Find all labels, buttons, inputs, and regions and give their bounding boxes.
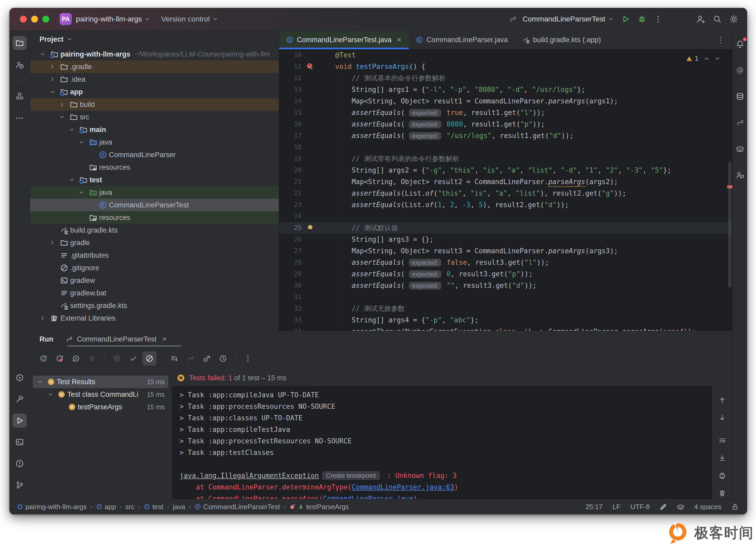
caret-position[interactable]: 25:17 bbox=[586, 503, 603, 511]
more-options[interactable] bbox=[241, 352, 255, 366]
chevron-up-icon[interactable] bbox=[704, 56, 709, 62]
problems-tool-window[interactable] bbox=[13, 457, 27, 471]
tree-item-settings-gradle-kts[interactable]: settings.gradle.kts bbox=[30, 299, 279, 312]
tree-item-resources[interactable]: resources bbox=[30, 211, 279, 224]
sort-by-duration[interactable] bbox=[167, 352, 181, 366]
breadcrumb-item-testparseargs[interactable]: mtestParseArgs bbox=[289, 503, 349, 511]
code-editor[interactable]: 10 @Test11 void testParseArgs() {12 // 测… bbox=[279, 49, 732, 331]
tree-item-app[interactable]: app bbox=[30, 86, 279, 98]
ai-assistant-status[interactable] bbox=[660, 503, 667, 510]
breadcrumb-item-commandlineparsertest[interactable]: CCommandLineParserTest bbox=[194, 503, 280, 511]
run-button[interactable] bbox=[621, 15, 630, 23]
ai-assistant-tool-window[interactable]: @ bbox=[733, 63, 747, 77]
search-everywhere-button[interactable] bbox=[713, 15, 721, 23]
line-number[interactable]: 17 bbox=[279, 130, 302, 141]
pull-requests-tool-window[interactable]: ? bbox=[13, 58, 27, 72]
tree-chevron[interactable] bbox=[37, 315, 48, 321]
breadcrumb-item-app[interactable]: app bbox=[96, 503, 116, 511]
test-tree-item-1[interactable]: Test Results15 ms bbox=[33, 376, 168, 388]
close-icon[interactable]: × bbox=[162, 335, 166, 343]
tab-scroll-indicator[interactable] bbox=[67, 345, 181, 347]
rerun-tests[interactable] bbox=[36, 352, 51, 366]
tree-item-test[interactable]: test bbox=[30, 174, 279, 186]
indent-style[interactable]: 4 spaces bbox=[694, 503, 721, 511]
tree-item-gradlew-bat[interactable]: gradlew.bat bbox=[30, 287, 279, 299]
copilot-tool-window[interactable] bbox=[733, 142, 747, 156]
tree-item-build-gradle-kts[interactable]: build.gradle.kts bbox=[30, 224, 279, 236]
breadcrumb-item-test[interactable]: test bbox=[144, 503, 163, 511]
line-number[interactable]: 27 bbox=[279, 245, 302, 256]
line-number[interactable]: 16 bbox=[279, 118, 302, 130]
breadcrumb-item-java[interactable]: java bbox=[173, 503, 185, 511]
tree-item--gitattributes[interactable]: .gitattributes bbox=[30, 249, 279, 261]
scroll-up[interactable] bbox=[715, 395, 729, 406]
run-tool-window[interactable] bbox=[13, 414, 27, 428]
editor-tab-2[interactable]: CCommandLineParser.java bbox=[409, 31, 515, 49]
tree-item-src[interactable]: src bbox=[30, 111, 279, 123]
tree-item-java[interactable]: java bbox=[30, 186, 279, 199]
test-tree-chevron[interactable] bbox=[35, 379, 45, 385]
clear-all[interactable] bbox=[715, 487, 729, 499]
scroll-down[interactable] bbox=[715, 412, 729, 424]
print[interactable] bbox=[715, 470, 729, 481]
test-history[interactable] bbox=[216, 352, 230, 366]
show-options[interactable] bbox=[110, 352, 124, 366]
breadcrumb-item-pairing-with-llm-args[interactable]: pairing-with-llm-args bbox=[17, 503, 87, 511]
tree-item-resources[interactable]: resources bbox=[30, 161, 279, 174]
more-tool-windows[interactable] bbox=[13, 111, 27, 125]
database-tool-window[interactable] bbox=[733, 89, 747, 103]
run-tab[interactable]: CommandLineParserTest × bbox=[66, 335, 166, 343]
minimize-window-button[interactable] bbox=[31, 16, 38, 23]
create-breakpoint-button[interactable]: Create breakpoint bbox=[322, 471, 380, 480]
project-panel-header[interactable]: Project bbox=[30, 31, 279, 48]
stack-trace-link[interactable]: CommandLineParser.java:63 bbox=[352, 483, 454, 491]
file-encoding[interactable]: UTF-8 bbox=[630, 503, 650, 511]
line-number[interactable]: 11 bbox=[279, 61, 302, 72]
tree-chevron[interactable] bbox=[47, 89, 58, 95]
toggle-auto-test[interactable] bbox=[69, 352, 83, 366]
line-number[interactable]: 30 bbox=[279, 280, 302, 291]
gutter-slot[interactable] bbox=[302, 224, 319, 231]
line-separator[interactable]: LF bbox=[613, 503, 620, 511]
tree-chevron[interactable] bbox=[47, 76, 58, 82]
gradle-tool-window[interactable] bbox=[733, 115, 747, 130]
more-actions-button[interactable] bbox=[654, 15, 662, 23]
debug-button[interactable] bbox=[638, 15, 646, 23]
tree-item-build[interactable]: build bbox=[30, 98, 279, 111]
build-tool-window[interactable] bbox=[13, 392, 27, 406]
tree-item-external-libraries[interactable]: External Libraries bbox=[30, 312, 279, 325]
line-number[interactable]: 28 bbox=[279, 256, 302, 268]
line-number[interactable]: 29 bbox=[279, 268, 302, 280]
line-number[interactable]: 26 bbox=[279, 233, 302, 245]
line-number[interactable]: 19 bbox=[279, 153, 302, 164]
line-number[interactable]: 15 bbox=[279, 107, 302, 118]
rerun-failed-tests[interactable] bbox=[53, 352, 67, 366]
project-tool-window[interactable] bbox=[13, 36, 27, 50]
editor-scrollbar[interactable] bbox=[728, 162, 731, 288]
console-output[interactable]: > Task :app:compileJava UP-TO-DATE> Task… bbox=[172, 386, 712, 499]
editor-tab-3[interactable]: build.gradle.kts (:app) bbox=[515, 31, 608, 49]
add-user-button[interactable] bbox=[696, 15, 705, 24]
breadcrumb-item-src[interactable]: src bbox=[125, 503, 135, 511]
tree-item-main[interactable]: main bbox=[30, 123, 279, 136]
line-number[interactable]: 20 bbox=[279, 164, 302, 176]
run-configuration-select[interactable]: CommandLineParserTest bbox=[522, 15, 614, 23]
tree-chevron[interactable] bbox=[56, 114, 68, 120]
show-gradle-output[interactable] bbox=[184, 352, 198, 366]
window-controls[interactable] bbox=[20, 16, 49, 23]
tree-chevron[interactable] bbox=[66, 177, 77, 183]
line-number[interactable]: 24 bbox=[279, 210, 302, 222]
test-tree-item-2[interactable]: Test class CommandLi15 ms bbox=[33, 388, 168, 401]
gutter-slot[interactable] bbox=[302, 63, 319, 70]
tree-chevron[interactable] bbox=[47, 240, 58, 246]
tree-chevron[interactable] bbox=[37, 51, 48, 57]
tree-item-java[interactable]: java bbox=[30, 136, 279, 148]
editor-tabs-more-button[interactable]: ⋮ bbox=[717, 31, 732, 49]
tree-item-gradle[interactable]: gradle bbox=[30, 236, 279, 249]
show-passed[interactable] bbox=[126, 352, 140, 366]
tree-chevron[interactable] bbox=[76, 139, 87, 145]
show-ignored[interactable] bbox=[142, 352, 157, 366]
chevron-down-icon[interactable] bbox=[715, 56, 720, 62]
tree-chevron[interactable] bbox=[47, 64, 58, 70]
line-number[interactable]: 23 bbox=[279, 199, 302, 210]
